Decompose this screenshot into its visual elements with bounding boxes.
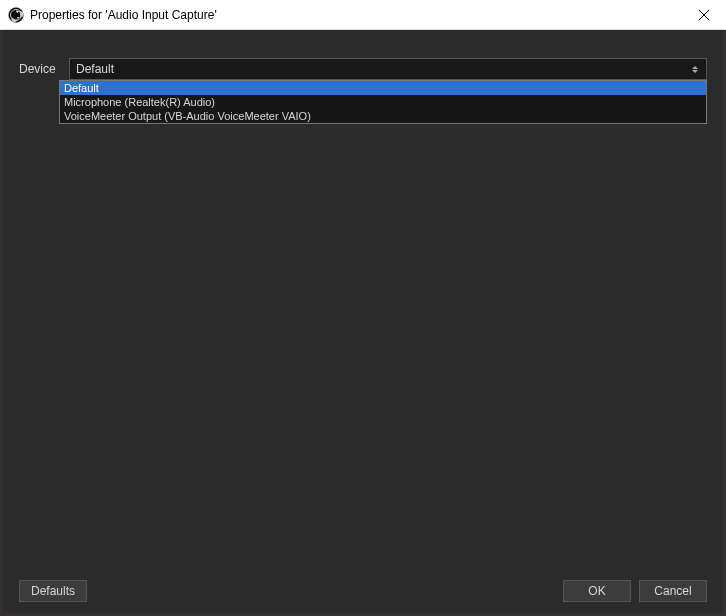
chevron-down-icon [692,70,698,73]
device-select[interactable]: Default [69,58,707,80]
device-option-default[interactable]: Default [60,81,706,95]
ok-button[interactable]: OK [563,580,631,602]
defaults-button[interactable]: Defaults [19,580,87,602]
dialog-footer: Defaults OK Cancel [0,576,726,616]
device-row: Device Default [19,58,707,80]
chevron-up-icon [692,66,698,69]
device-label: Device [19,62,59,76]
device-option-voicemeeter[interactable]: VoiceMeeter Output (VB-Audio VoiceMeeter… [60,109,706,123]
device-option-microphone[interactable]: Microphone (Realtek(R) Audio) [60,95,706,109]
window-title: Properties for 'Audio Input Capture' [30,8,681,22]
cancel-button[interactable]: Cancel [639,580,707,602]
titlebar: Properties for 'Audio Input Capture' [0,0,726,30]
obs-app-icon [8,7,24,23]
device-dropdown: Default Microphone (Realtek(R) Audio) Vo… [59,80,707,124]
dialog-body: Device Default Default Microphone (Realt… [0,30,726,576]
close-button[interactable] [681,0,726,30]
close-icon [699,10,709,20]
device-select-value: Default [76,62,114,76]
select-spinner-icon [688,61,702,77]
properties-dialog: Properties for 'Audio Input Capture' Dev… [0,0,726,616]
